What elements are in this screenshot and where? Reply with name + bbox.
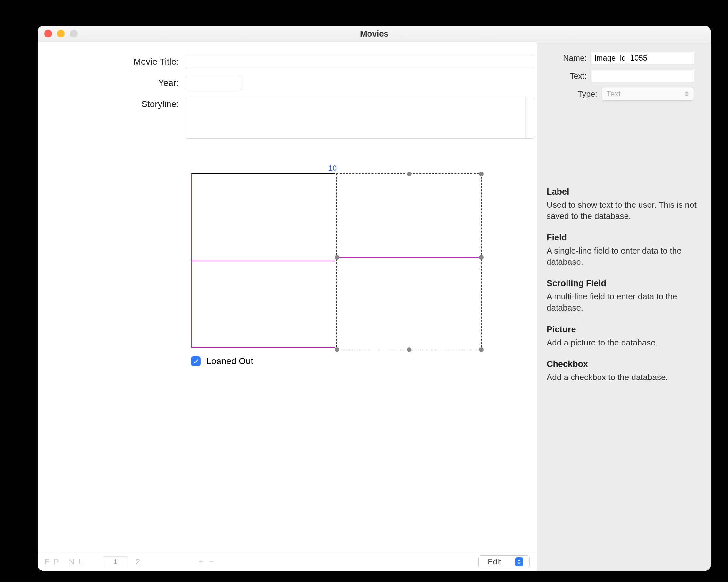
nav-first-button[interactable]: F bbox=[45, 557, 50, 566]
close-icon[interactable] bbox=[44, 30, 52, 37]
nav-last-button[interactable]: L bbox=[78, 557, 83, 566]
chevron-updown-icon bbox=[684, 90, 690, 98]
storyline-field[interactable] bbox=[185, 97, 535, 139]
resize-handle-mid-right[interactable] bbox=[479, 255, 484, 260]
help-picture-body: Add a picture to the database. bbox=[547, 337, 701, 348]
help-picture-title: Picture bbox=[547, 325, 701, 335]
minimize-icon[interactable] bbox=[57, 30, 65, 37]
picture-box-selected[interactable] bbox=[336, 173, 482, 350]
movie-title-field[interactable] bbox=[185, 55, 535, 69]
help-checkbox-section[interactable]: Checkbox Add a checkbox to the database. bbox=[547, 359, 701, 383]
help-label-body: Used to show text to the user. This is n… bbox=[547, 199, 701, 222]
inspector-help: Label Used to show text to the user. Thi… bbox=[537, 177, 711, 393]
nav-next-button[interactable]: N bbox=[69, 557, 75, 566]
resize-handle-top[interactable] bbox=[407, 172, 411, 176]
window: Movies Movie Title: Year: Storyline: bbox=[38, 26, 711, 571]
help-scrolling-field-body: A multi-line field to enter data to the … bbox=[547, 291, 701, 313]
delete-record-button[interactable]: − bbox=[209, 557, 214, 566]
help-label-section[interactable]: Label Used to show text to the user. Thi… bbox=[547, 187, 701, 222]
design-area[interactable]: 10 bbox=[185, 167, 493, 373]
help-picture-section[interactable]: Picture Add a picture to the database. bbox=[547, 325, 701, 348]
resize-handle-mid-left[interactable] bbox=[335, 255, 339, 260]
help-checkbox-body: Add a checkbox to the database. bbox=[547, 372, 701, 383]
nav-prev-button[interactable]: P bbox=[54, 557, 59, 566]
help-label-title: Label bbox=[547, 187, 701, 197]
spacing-indicator: 10 bbox=[328, 164, 337, 173]
year-field[interactable] bbox=[185, 76, 242, 90]
mode-dropdown-label: Edit bbox=[488, 557, 501, 566]
inspector-panel: Name: Text: Type: Text bbox=[537, 42, 711, 571]
zoom-icon[interactable] bbox=[70, 30, 78, 37]
inspector-type-label: Type: bbox=[537, 90, 597, 99]
window-title: Movies bbox=[38, 29, 711, 39]
inspector-type-value: Text bbox=[606, 90, 621, 98]
movie-title-label: Movie Title: bbox=[38, 55, 185, 67]
inspector-text-label: Text: bbox=[537, 72, 587, 81]
record-nav-bar: F P N L 2 + − Edit bbox=[38, 553, 537, 571]
help-scrolling-field-section[interactable]: Scrolling Field A multi-line field to en… bbox=[547, 278, 701, 313]
help-scrolling-field-title: Scrolling Field bbox=[547, 278, 701, 288]
record-total: 2 bbox=[135, 557, 140, 566]
resize-handle-bottom-right[interactable] bbox=[479, 347, 484, 352]
inspector-type-dropdown[interactable]: Text bbox=[602, 87, 694, 101]
resize-handle-bottom[interactable] bbox=[407, 347, 411, 352]
layout-canvas[interactable]: Movie Title: Year: Storyline: 10 bbox=[38, 42, 537, 571]
add-record-button[interactable]: + bbox=[199, 557, 204, 566]
resize-handle-top-right[interactable] bbox=[479, 172, 484, 176]
mode-dropdown[interactable]: Edit bbox=[478, 555, 530, 568]
inspector-text-field[interactable] bbox=[591, 70, 694, 82]
inspector-name-field[interactable] bbox=[591, 52, 694, 65]
help-field-title: Field bbox=[547, 233, 701, 243]
help-field-section[interactable]: Field A single-line field to enter data … bbox=[547, 233, 701, 268]
chevron-updown-icon bbox=[515, 557, 523, 566]
help-checkbox-title: Checkbox bbox=[547, 359, 701, 369]
storyline-label: Storyline: bbox=[38, 97, 185, 109]
loaned-out-checkbox[interactable] bbox=[191, 356, 201, 366]
resize-handle-bottom-left[interactable] bbox=[335, 347, 339, 352]
inspector-name-label: Name: bbox=[537, 53, 587, 63]
record-number-input[interactable] bbox=[103, 556, 128, 567]
picture-box-left[interactable] bbox=[191, 173, 335, 348]
help-field-body: A single-line field to enter data to the… bbox=[547, 245, 701, 268]
titlebar: Movies bbox=[38, 26, 711, 42]
year-label: Year: bbox=[38, 76, 185, 88]
traffic-lights bbox=[38, 30, 78, 37]
loaned-out-label: Loaned Out bbox=[206, 356, 253, 366]
